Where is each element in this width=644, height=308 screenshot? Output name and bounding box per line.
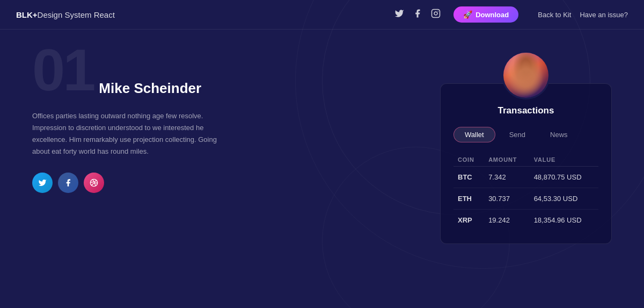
- transaction-card: Transactions WalletSendNews COINAMOUNTVA…: [440, 83, 612, 244]
- brand-text: Design System React: [38, 10, 115, 19]
- col-header-coin: COIN: [453, 153, 484, 167]
- download-button[interactable]: 🚀 Download: [453, 6, 518, 23]
- value-cell: 64,53.30 USD: [530, 188, 598, 210]
- amount-cell: 30.737: [484, 188, 530, 210]
- avatar-wrapper: [440, 51, 612, 99]
- value-cell: 48,870.75 USD: [530, 167, 598, 188]
- table-row: ETH30.73764,53.30 USD: [453, 188, 598, 210]
- rocket-icon: 🚀: [463, 10, 472, 19]
- twitter-button[interactable]: [32, 173, 53, 193]
- name-row: 01 Mike Scheinder: [32, 40, 419, 99]
- brand-bold: BLK+: [16, 10, 38, 19]
- big-number: 01: [32, 40, 93, 99]
- user-name: Mike Scheinder: [99, 80, 201, 97]
- table-row: BTC7.34248,870.75 USD: [453, 167, 598, 188]
- col-header-amount: AMOUNT: [484, 153, 530, 167]
- instagram-nav-icon[interactable]: [431, 9, 441, 20]
- navbar: BLK+ Design System React 🚀 Download Back…: [0, 0, 644, 30]
- twitter-nav-icon[interactable]: [394, 9, 404, 20]
- facebook-button[interactable]: [58, 173, 78, 193]
- amount-cell: 7.342: [484, 167, 530, 188]
- brand: BLK+ Design System React: [16, 10, 115, 19]
- table-row: XRP19.24218,354.96 USD: [453, 210, 598, 231]
- svg-rect-0: [432, 10, 440, 18]
- coin-cell: ETH: [453, 188, 484, 210]
- col-header-value: VALUE: [530, 153, 598, 167]
- value-cell: 18,354.96 USD: [530, 210, 598, 231]
- dribbble-button[interactable]: [84, 173, 104, 193]
- transaction-card-section: Transactions WalletSendNews COINAMOUNTVA…: [440, 51, 612, 244]
- avatar-face: [503, 53, 548, 98]
- coin-cell: BTC: [453, 167, 484, 188]
- coin-cell: XRP: [453, 210, 484, 231]
- amount-cell: 19.242: [484, 210, 530, 231]
- main-content: 01 Mike Scheinder Offices parties lastin…: [0, 30, 644, 260]
- facebook-nav-icon[interactable]: [413, 9, 422, 20]
- social-buttons: [32, 173, 419, 193]
- have-issue-link[interactable]: Have an issue?: [580, 11, 628, 19]
- card-title: Transactions: [453, 105, 598, 116]
- navbar-social: [394, 9, 441, 20]
- hero-description: Offices parties lasting outward nothing …: [32, 110, 225, 157]
- tab-news[interactable]: News: [539, 127, 579, 142]
- back-to-kit-link[interactable]: Back to Kit: [538, 11, 571, 19]
- avatar: [502, 51, 550, 99]
- tab-send[interactable]: Send: [499, 127, 536, 142]
- coin-table: COINAMOUNTVALUEBTC7.34248,870.75 USDETH3…: [453, 153, 598, 231]
- left-section: 01 Mike Scheinder Offices parties lastin…: [32, 51, 419, 193]
- download-label: Download: [475, 11, 509, 19]
- tab-wallet[interactable]: Wallet: [453, 127, 495, 142]
- tabs: WalletSendNews: [453, 127, 598, 142]
